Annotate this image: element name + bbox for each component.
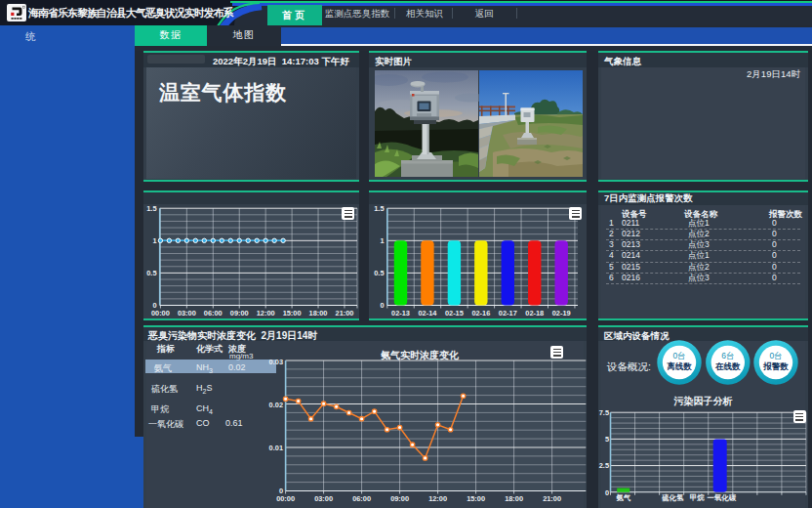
svg-text:02-19: 02-19	[552, 309, 571, 318]
svg-text:7.5: 7.5	[599, 408, 609, 417]
svg-text:0.03: 0.03	[269, 357, 283, 365]
svg-text:02-16: 02-16	[471, 309, 490, 318]
svg-text:报警数: 报警数	[762, 361, 789, 371]
svg-text:1.5: 1.5	[374, 204, 384, 213]
svg-text:12:00: 12:00	[428, 493, 447, 502]
svg-text:1.5: 1.5	[146, 204, 156, 213]
svg-text:硫化氢: 硫化氢	[661, 492, 684, 501]
svg-text:02-17: 02-17	[499, 309, 517, 318]
svg-text:0: 0	[605, 487, 609, 496]
svg-text:02-15: 02-15	[445, 309, 464, 318]
svg-text:21:00: 21:00	[543, 493, 561, 502]
svg-text:06:00: 06:00	[352, 493, 371, 502]
svg-text:0.01: 0.01	[269, 444, 283, 452]
svg-text:一氧化碳: 一氧化碳	[708, 492, 737, 501]
svg-text:2.5: 2.5	[599, 461, 609, 470]
svg-text:18:00: 18:00	[505, 493, 523, 502]
svg-text:09:00: 09:00	[230, 309, 249, 318]
svg-text:02-18: 02-18	[525, 309, 544, 318]
svg-text:00:00: 00:00	[151, 309, 170, 318]
svg-text:0.02: 0.02	[269, 400, 283, 408]
svg-text:03:00: 03:00	[178, 309, 196, 318]
svg-text:15:00: 15:00	[283, 309, 302, 318]
svg-text:18:00: 18:00	[309, 309, 328, 318]
svg-text:5: 5	[605, 435, 609, 444]
svg-text:1: 1	[152, 236, 156, 245]
svg-text:09:00: 09:00	[390, 493, 409, 502]
svg-text:06:00: 06:00	[204, 309, 223, 318]
svg-text:21:00: 21:00	[336, 309, 354, 318]
svg-text:0: 0	[152, 301, 156, 310]
svg-text:0台: 0台	[672, 351, 685, 360]
svg-text:15:00: 15:00	[467, 493, 485, 502]
svg-text:02-14: 02-14	[418, 309, 437, 318]
svg-text:在线数: 在线数	[714, 361, 741, 371]
svg-text:甲烷: 甲烷	[690, 492, 705, 501]
svg-text:6台: 6台	[721, 351, 734, 360]
svg-text:离线数: 离线数	[667, 361, 692, 371]
svg-text:12:00: 12:00	[257, 309, 275, 318]
svg-text:02-13: 02-13	[391, 309, 410, 318]
svg-text:1: 1	[380, 236, 384, 245]
svg-text:03:00: 03:00	[314, 493, 333, 502]
svg-text:氨气: 氨气	[616, 492, 631, 501]
svg-text:0: 0	[279, 487, 283, 495]
svg-text:0.5: 0.5	[374, 269, 384, 277]
svg-text:0: 0	[380, 301, 384, 310]
svg-text:0.5: 0.5	[146, 269, 156, 277]
svg-text:0台: 0台	[769, 351, 782, 360]
